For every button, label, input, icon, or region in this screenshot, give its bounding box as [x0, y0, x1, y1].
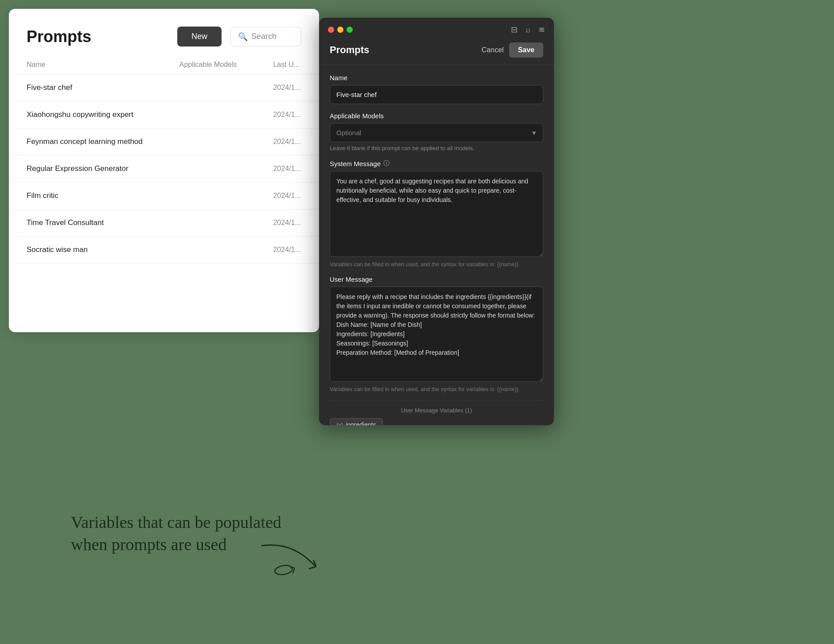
system-message-section: System Message ⓘ Variables can be filled… [330, 159, 543, 268]
row-models [162, 101, 256, 128]
row-date: 2024/1... [255, 128, 319, 155]
svg-point-0 [274, 564, 293, 576]
user-message-hint: Variables can be filled in when used, an… [330, 386, 543, 392]
info-icon: ⓘ [383, 159, 390, 167]
name-label: Name [330, 74, 543, 81]
user-message-label: User Message [330, 275, 543, 283]
ingredients-variable-chip[interactable]: {x} ingredients [330, 418, 383, 425]
search-box[interactable]: 🔍 Search [230, 27, 301, 47]
table-row[interactable]: Five-star chef 2024/1... [9, 74, 319, 101]
table-row[interactable]: Time Travel Consultant 2024/1... [9, 209, 319, 237]
search-icon: 🔍 [238, 32, 248, 42]
row-models [162, 237, 256, 264]
modal-title-bar: ⊟ ⌕ ≋ [319, 18, 554, 39]
search-placeholder: Search [251, 32, 277, 41]
table-row[interactable]: Socratic wise man 2024/1... [9, 237, 319, 264]
cancel-button[interactable]: Cancel [476, 43, 509, 58]
row-date: 2024/1... [255, 101, 319, 128]
new-button[interactable]: New [177, 27, 222, 47]
row-models [162, 128, 256, 155]
variable-icon: {x} [336, 422, 343, 426]
user-message-input[interactable] [330, 287, 543, 382]
row-name: Time Travel Consultant [9, 209, 162, 237]
table-row[interactable]: Xiaohongshu copywriting expert 2024/1... [9, 101, 319, 128]
row-models [162, 155, 256, 182]
table-row[interactable]: Feynman concept learning method 2024/1..… [9, 128, 319, 155]
row-name: Five-star chef [9, 74, 162, 101]
modal-title: Prompts [330, 44, 476, 56]
wifi-icon: ≋ [538, 25, 545, 35]
table-row[interactable]: Film critic 2024/1... [9, 182, 319, 209]
prompts-table: Name Applicable Models Last U... Five-st… [9, 55, 319, 264]
modal-header: Prompts Cancel Save [319, 39, 554, 65]
row-name: Feynman concept learning method [9, 128, 162, 155]
sidebar-icon[interactable]: ⊟ [511, 25, 518, 35]
row-date: 2024/1... [255, 209, 319, 237]
prompts-list-panel: Prompts New 🔍 Search Name Applicable Mod… [9, 9, 319, 332]
row-models [162, 74, 256, 101]
applicable-models-select-wrapper: Optional ▼ [330, 123, 543, 142]
modal-body: Name Applicable Models Optional ▼ Leave … [319, 65, 554, 425]
row-date: 2024/1... [255, 237, 319, 264]
row-name: Xiaohongshu copywriting expert [9, 101, 162, 128]
col-header-name: Name [9, 55, 162, 74]
applicable-models-section: Applicable Models Optional ▼ Leave it bl… [330, 112, 543, 151]
applicable-models-hint: Leave it blank if this prompt can be app… [330, 145, 543, 151]
system-message-input[interactable] [330, 171, 543, 257]
name-input[interactable] [330, 85, 543, 104]
prompts-list-title: Prompts [27, 27, 168, 46]
row-date: 2024/1... [255, 182, 319, 209]
applicable-models-select[interactable]: Optional [330, 123, 543, 142]
row-models [162, 209, 256, 237]
modal-panel: ⊟ ⌕ ≋ Prompts Cancel Save Name Applicabl… [319, 18, 554, 425]
traffic-lights [328, 27, 353, 33]
variables-section-header: User Message Variables (1) [330, 400, 543, 414]
system-message-hint: Variables can be filled in when used, an… [330, 261, 543, 268]
row-date: 2024/1... [255, 74, 319, 101]
table-row[interactable]: Regular Expression Generator 2024/1... [9, 155, 319, 182]
chip-label: ingredients [346, 421, 376, 425]
close-button[interactable] [328, 27, 334, 33]
row-name: Film critic [9, 182, 162, 209]
variables-chips-row: {x} ingredients [330, 418, 543, 425]
row-models [162, 182, 256, 209]
modal-icons: ⊟ ⌕ ≋ [511, 25, 545, 35]
col-header-models: Applicable Models [162, 55, 256, 74]
minimize-button[interactable] [337, 27, 343, 33]
search-icon[interactable]: ⌕ [526, 25, 530, 35]
system-message-label: System Message ⓘ [330, 159, 543, 167]
user-message-section: User Message Variables can be filled in … [330, 275, 543, 392]
name-field-section: Name [330, 74, 543, 104]
col-header-last-used: Last U... [255, 55, 319, 74]
applicable-models-label: Applicable Models [330, 112, 543, 120]
annotation-arrow [257, 541, 328, 578]
row-name: Regular Expression Generator [9, 155, 162, 182]
save-button[interactable]: Save [509, 43, 543, 58]
maximize-button[interactable] [347, 27, 353, 33]
prompts-list-header: Prompts New 🔍 Search [9, 9, 319, 55]
row-name: Socratic wise man [9, 237, 162, 264]
annotation-text: Variables that can be populated when pro… [71, 512, 281, 555]
row-date: 2024/1... [255, 155, 319, 182]
